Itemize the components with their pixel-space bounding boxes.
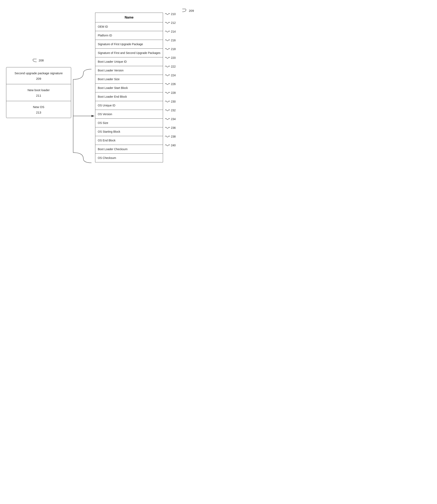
ref-label-15: 240: [171, 144, 176, 147]
ref-label-10: 230: [171, 100, 176, 103]
ref-label-8: 226: [171, 82, 176, 86]
section-label-0: Second upgrade package signature: [10, 71, 68, 75]
ref-number-12: 234: [165, 117, 176, 121]
table-cell-2: Signature of First Upgrade Package: [95, 40, 163, 49]
ref-number-15: 240: [165, 143, 176, 147]
ref-label-7: 224: [171, 74, 176, 77]
section-number-2: 213: [10, 111, 68, 114]
ref-number-8: 226: [165, 82, 176, 86]
table-row: Boot Loader Size: [95, 75, 163, 84]
table-cell-15: OS Checksum: [95, 154, 163, 162]
ref-number-11: 232: [165, 108, 176, 112]
table-cell-0: OEM ID: [95, 22, 163, 31]
label-208: 208: [31, 59, 44, 63]
table-cell-4: Boot Loader Unique ID: [95, 57, 163, 66]
table-cell-10: OS Version: [95, 110, 163, 119]
table-row: OEM ID: [95, 22, 163, 31]
ref-209-top: 209: [189, 9, 194, 12]
ref-label-11: 232: [171, 109, 176, 112]
table-cell-12: OS Starting Block: [95, 127, 163, 136]
table-row: OS Version: [95, 110, 163, 119]
ref-number-9: 228: [165, 91, 176, 95]
section-label-2: New OS: [10, 105, 68, 109]
table-row: Boot Loader End Block: [95, 92, 163, 101]
ref-label-3: 216: [171, 39, 176, 42]
table-row: OS Starting Block: [95, 127, 163, 136]
table-cell-3: Signature of First and Second Upgrade Pa…: [95, 49, 163, 57]
ref-number-3: 216: [165, 38, 176, 42]
table-row: Platform ID: [95, 31, 163, 40]
table-row: OS End Block: [95, 136, 163, 145]
table-row: OS Unique ID: [95, 101, 163, 110]
ref-label-5: 220: [171, 56, 176, 59]
table-cell-6: Boot Loader Size: [95, 75, 163, 84]
ref-label-13: 236: [171, 126, 176, 129]
table-cell-8: Boot Loader End Block: [95, 92, 163, 101]
ref-number-7: 224: [165, 73, 176, 77]
ref-number-6: 222: [165, 64, 176, 69]
ref-number-13: 236: [165, 126, 176, 130]
table-header: Name: [95, 13, 163, 22]
right-table: Name OEM IDPlatform IDSignature of First…: [95, 13, 163, 162]
ref-label-1: 212: [171, 21, 176, 24]
diagram-container: 208 Second upgrade package signature 209…: [0, 0, 218, 252]
ref-label-14: 238: [171, 135, 176, 138]
table-cell-7: Boot Loader Start Block: [95, 84, 163, 92]
brace-connector: [71, 67, 98, 165]
table-cell-1: Platform ID: [95, 31, 163, 40]
ref-number-4: 218: [165, 47, 176, 51]
ref-number-5: 220: [165, 56, 176, 60]
table-cell-11: OS Size: [95, 119, 163, 127]
ref-label-9: 228: [171, 91, 176, 94]
section-number-1: 211: [10, 94, 68, 97]
section-label-1: New boot loader: [10, 88, 68, 92]
svg-marker-4: [91, 115, 95, 117]
table-row: OS Checksum: [95, 154, 163, 162]
ref-number-10: 230: [165, 100, 176, 103]
ref-number-0: 210: [165, 12, 176, 16]
table-row: Boot Loader Version: [95, 66, 163, 75]
right-table-area: Name OEM IDPlatform IDSignature of First…: [95, 13, 163, 162]
label-209-top: 209: [182, 9, 194, 13]
left-box-section-1: New boot loader 211: [6, 84, 71, 101]
left-box-section-0: Second upgrade package signature 209: [6, 67, 71, 84]
table-row: Boot Loader Checksum: [95, 145, 163, 154]
ref-label-6: 222: [171, 65, 176, 68]
table-cell-5: Boot Loader Version: [95, 66, 163, 75]
table-cell-9: OS Unique ID: [95, 101, 163, 110]
table-row: OS Size: [95, 119, 163, 127]
left-box: Second upgrade package signature 209 New…: [6, 67, 71, 118]
table-row: Signature of First Upgrade Package: [95, 40, 163, 49]
ref-number-14: 238: [165, 134, 176, 139]
table-cell-14: Boot Loader Checksum: [95, 145, 163, 154]
table-row: Signature of First and Second Upgrade Pa…: [95, 49, 163, 57]
ref-label-4: 218: [171, 47, 176, 51]
section-number-0: 209: [10, 77, 68, 80]
ref-number-1: 212: [165, 21, 176, 25]
table-row: Boot Loader Start Block: [95, 84, 163, 92]
table-row: Boot Loader Unique ID: [95, 57, 163, 66]
left-box-section-2: New OS 213: [6, 101, 71, 118]
ref-label-0: 210: [171, 12, 176, 16]
ref-label-2: 214: [171, 30, 176, 33]
ref-label-12: 234: [171, 117, 176, 121]
ref-number-2: 214: [165, 30, 176, 34]
table-cell-13: OS End Block: [95, 136, 163, 145]
